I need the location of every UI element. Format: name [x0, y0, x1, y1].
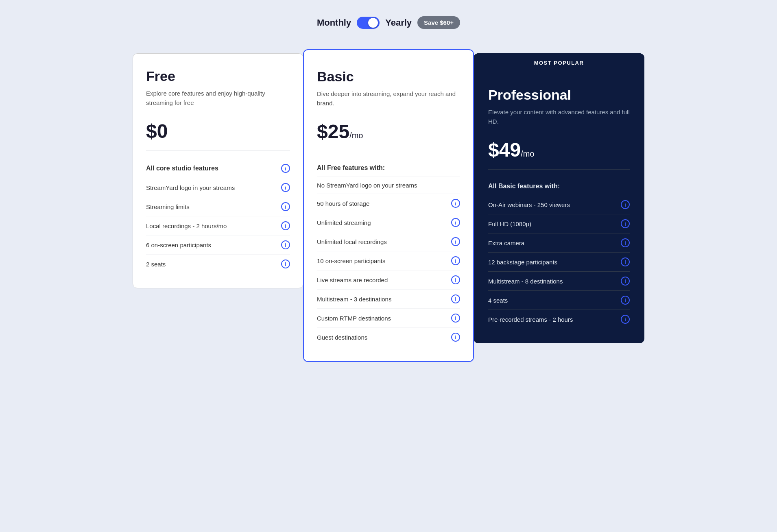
free-feature-3: Local recordings - 2 hours/mo i	[146, 216, 290, 235]
pro-info-icon-2[interactable]: i	[621, 219, 630, 228]
pro-info-icon-1[interactable]: i	[621, 200, 630, 209]
info-icon-4[interactable]: i	[281, 240, 290, 249]
basic-info-icon-3[interactable]: i	[451, 218, 460, 227]
pro-info-icon-5[interactable]: i	[621, 277, 630, 286]
professional-divider	[488, 169, 630, 170]
professional-plan-price: $49/mo	[488, 139, 630, 161]
basic-feature-9: Guest destinations i	[317, 328, 460, 347]
professional-plan-description: Elevate your content with advanced featu…	[488, 108, 630, 127]
yearly-label: Yearly	[385, 17, 412, 28]
free-feature-0: All core studio features i	[146, 159, 290, 178]
info-icon-5[interactable]: i	[281, 259, 290, 268]
basic-divider	[317, 151, 460, 151]
basic-feature-0: All Free features with:	[317, 159, 460, 177]
info-icon-0[interactable]: i	[281, 164, 290, 173]
basic-info-icon-6[interactable]: i	[451, 275, 460, 284]
basic-feature-4: Unlimited local recordings i	[317, 232, 460, 251]
basic-info-icon-5[interactable]: i	[451, 256, 460, 265]
free-plan-name: Free	[146, 68, 290, 84]
monthly-label: Monthly	[317, 17, 351, 28]
plan-card-free: Free Explore core features and enjoy hig…	[133, 53, 303, 288]
pro-feature-6: 4 seats i	[488, 291, 630, 310]
basic-info-icon-8[interactable]: i	[451, 314, 460, 323]
basic-feature-5: 10 on-screen participants i	[317, 251, 460, 270]
free-feature-list: All core studio features i StreamYard lo…	[146, 159, 290, 273]
free-feature-5: 2 seats i	[146, 255, 290, 273]
basic-info-icon-9[interactable]: i	[451, 333, 460, 342]
basic-plan-price: $25/mo	[317, 120, 460, 143]
basic-feature-6: Live streams are recorded i	[317, 270, 460, 290]
basic-feature-list: All Free features with: No StreamYard lo…	[317, 159, 460, 347]
info-icon-1[interactable]: i	[281, 183, 290, 192]
basic-feature-7: Multistream - 3 destinations i	[317, 290, 460, 309]
free-feature-1: StreamYard logo in your streams i	[146, 178, 290, 197]
pro-info-icon-4[interactable]: i	[621, 257, 630, 266]
save-badge: Save $60+	[417, 16, 460, 29]
free-plan-description: Explore core features and enjoy high-qua…	[146, 89, 290, 109]
plan-card-professional: MOST POPULAR Professional Elevate your c…	[474, 53, 644, 343]
basic-plan-description: Dive deeper into streaming, expand your …	[317, 89, 460, 109]
plans-container: Free Explore core features and enjoy hig…	[124, 53, 653, 362]
free-feature-4: 6 on-screen participants i	[146, 235, 290, 255]
pro-feature-3: Extra camera i	[488, 233, 630, 253]
toggle-knob	[368, 18, 378, 28]
plan-card-basic: Basic Dive deeper into streaming, expand…	[303, 49, 474, 362]
basic-feature-1: No StreamYard logo on your streams	[317, 177, 460, 194]
info-icon-2[interactable]: i	[281, 202, 290, 211]
pro-feature-4: 12 backstage participants i	[488, 253, 630, 272]
basic-plan-name: Basic	[317, 69, 460, 85]
basic-feature-2: 50 hours of storage i	[317, 194, 460, 213]
billing-toggle: Monthly Yearly Save $60+	[8, 16, 769, 29]
billing-switch[interactable]	[357, 17, 380, 29]
professional-plan-name: Professional	[488, 87, 630, 103]
free-feature-2: Streaming limits i	[146, 197, 290, 216]
basic-info-icon-4[interactable]: i	[451, 237, 460, 246]
pro-feature-0: All Basic features with:	[488, 178, 630, 195]
pro-feature-1: On-Air webinars - 250 viewers i	[488, 195, 630, 214]
professional-feature-list: All Basic features with: On-Air webinars…	[488, 178, 630, 329]
free-plan-price: $0	[146, 120, 290, 142]
basic-feature-3: Unlimited streaming i	[317, 213, 460, 232]
basic-info-icon-2[interactable]: i	[451, 199, 460, 208]
info-icon-3[interactable]: i	[281, 221, 290, 230]
pro-info-icon-7[interactable]: i	[621, 315, 630, 324]
pro-feature-5: Multistream - 8 destinations i	[488, 272, 630, 291]
most-popular-banner: MOST POPULAR	[474, 53, 644, 72]
basic-feature-8: Custom RTMP destinations i	[317, 309, 460, 328]
free-divider	[146, 150, 290, 151]
pro-info-icon-3[interactable]: i	[621, 238, 630, 247]
pro-feature-2: Full HD (1080p) i	[488, 214, 630, 233]
pro-info-icon-6[interactable]: i	[621, 296, 630, 305]
pro-feature-7: Pre-recorded streams - 2 hours i	[488, 310, 630, 329]
basic-info-icon-7[interactable]: i	[451, 294, 460, 303]
